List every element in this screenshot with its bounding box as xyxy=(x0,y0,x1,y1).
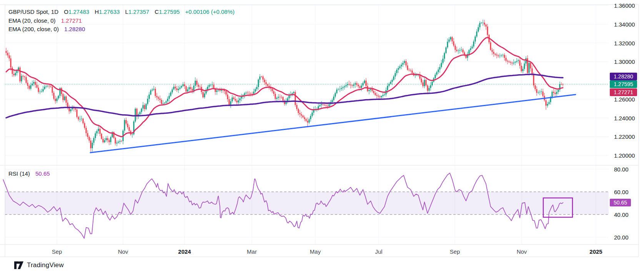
candle-body xyxy=(124,120,125,130)
candle-body xyxy=(161,100,162,104)
candle-body xyxy=(366,81,367,86)
candle-body xyxy=(97,131,98,133)
ohlc-high-label: H xyxy=(95,8,99,15)
candle-body xyxy=(378,96,379,96)
candle-body xyxy=(399,67,401,68)
candle-body xyxy=(58,96,59,98)
candle-body xyxy=(26,77,27,83)
candle-body xyxy=(390,82,391,84)
ema20-value: 1.27271 xyxy=(61,17,82,24)
candle-body xyxy=(427,85,428,91)
candle-body xyxy=(447,42,448,48)
candle-body xyxy=(346,85,347,86)
candle-body xyxy=(276,98,278,99)
candle-body xyxy=(46,86,47,86)
candle-body xyxy=(481,23,482,23)
candle-body xyxy=(507,61,508,62)
ohlc-low-value: 1.27357 xyxy=(128,8,149,15)
candle-body xyxy=(524,63,525,69)
candle-body xyxy=(264,80,265,82)
time-axis-label: 2025 xyxy=(589,248,602,255)
price-axis-label: 1.32000 xyxy=(614,40,635,46)
candle-body xyxy=(407,65,408,70)
candle-body xyxy=(444,53,445,59)
chart-canvas[interactable] xyxy=(0,0,644,276)
candle-body xyxy=(373,91,374,93)
candle-body xyxy=(169,96,170,99)
candle-body xyxy=(387,86,388,90)
candle-body xyxy=(263,76,264,80)
candle-body xyxy=(240,98,241,100)
candle-body xyxy=(484,23,485,25)
candle-body xyxy=(459,50,461,50)
candle-body xyxy=(515,62,516,63)
candle-body xyxy=(298,109,299,113)
candle-body xyxy=(539,92,541,92)
candle-body xyxy=(107,138,108,140)
candle-body xyxy=(275,94,276,99)
ema200-line[interactable] xyxy=(6,74,563,118)
candle-body xyxy=(281,97,282,97)
candle-body xyxy=(183,84,184,86)
candle-body xyxy=(141,108,142,112)
candle-body xyxy=(443,59,444,63)
candle-body xyxy=(483,23,484,23)
candle-body xyxy=(190,87,191,89)
candle-body xyxy=(109,140,110,142)
candle-body xyxy=(332,100,333,102)
candle-body xyxy=(120,141,121,142)
candle-body xyxy=(338,89,339,90)
candle-body xyxy=(555,93,556,94)
candle-body xyxy=(212,85,213,85)
candle-body xyxy=(255,89,256,91)
candle-body xyxy=(221,90,222,91)
candle-body xyxy=(493,52,494,54)
candle-body xyxy=(287,98,288,101)
candle-body xyxy=(349,84,350,85)
ema20-line[interactable] xyxy=(6,38,563,137)
symbol-legend-row[interactable]: GBP/USD Spot, 1D O1.27483 H1.27633 L1.27… xyxy=(8,8,235,15)
candle-body xyxy=(261,76,262,77)
candle-body xyxy=(12,68,13,74)
candle-body xyxy=(266,82,267,84)
tradingview-logo[interactable]: TradingView xyxy=(14,261,64,269)
candle-body xyxy=(172,90,173,93)
candle-body xyxy=(55,99,56,101)
candle-body xyxy=(156,96,158,97)
candle-body xyxy=(43,89,44,91)
time-axis-label: 2024 xyxy=(178,248,191,255)
candle-body xyxy=(536,89,537,93)
candle-body xyxy=(409,70,410,70)
candle-body xyxy=(529,63,530,73)
ema200-legend-row[interactable]: EMA (200, close, 0) 1.28280 xyxy=(8,26,85,32)
candle-body xyxy=(20,68,21,81)
candle-body xyxy=(421,79,422,83)
candle-body xyxy=(160,98,161,100)
candle-body xyxy=(127,124,128,128)
candle-body xyxy=(372,89,373,91)
candle-body xyxy=(198,85,199,86)
ema20-legend-row[interactable]: EMA (20, close, 0) 1.27271 xyxy=(8,17,82,24)
change-value: +0.00106 (+0.08%) xyxy=(185,8,235,15)
time-axis-label: Sep xyxy=(450,248,460,255)
ohlc-close-label: C xyxy=(155,8,159,15)
candle-body xyxy=(530,63,531,68)
candle-body xyxy=(77,110,78,117)
candle-body xyxy=(455,46,456,50)
candle-body xyxy=(300,113,301,114)
price-axis-label: 1.36000 xyxy=(614,2,635,9)
candle-body xyxy=(181,86,182,88)
candle-body xyxy=(303,116,304,118)
candle-body xyxy=(13,74,15,75)
candle-body xyxy=(392,80,393,82)
candle-body xyxy=(406,61,407,65)
candle-body xyxy=(256,87,258,89)
rsi-legend-row[interactable]: RSI (14) 50.65 xyxy=(8,170,50,177)
candle-body xyxy=(152,90,153,90)
candle-body xyxy=(83,119,84,123)
candle-body xyxy=(35,82,36,85)
candle-body xyxy=(438,70,439,72)
candle-body xyxy=(147,99,148,104)
candle-body xyxy=(40,91,41,92)
candle-body xyxy=(326,105,327,106)
